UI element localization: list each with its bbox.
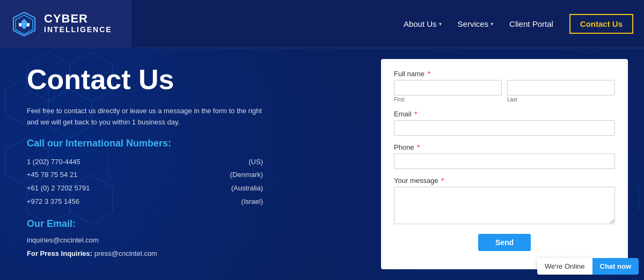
name-fields: First Last [394,80,615,102]
last-label: Last [507,97,615,102]
logo-line1: CYBER [44,13,112,25]
nav-services[interactable]: Services ▾ [458,19,494,28]
phone-row-il: +972 3 375 1456 (Israel) [27,195,263,209]
phone-row-us: 1 (202) 770-4445 (US) [27,156,263,169]
main-nav: About Us ▾ Services ▾ Client Portal Cont… [404,14,633,34]
message-input[interactable] [394,187,615,224]
logo-area: CYBER INTELLIGENCE [0,0,131,48]
phone-row-dk: +45 78 75 54 21 (Denmark) [27,168,263,182]
last-name-field: Last [507,80,615,102]
first-name-input[interactable] [394,80,502,95]
email-input[interactable] [394,120,615,136]
email-address: inquiries@cncintel.com [27,236,360,244]
nav-about[interactable]: About Us ▾ [404,19,442,28]
first-name-field: First [394,80,502,102]
first-label: First [394,97,502,102]
phone-row-au: +61 (0) 2 7202 5791 (Australia) [27,182,263,195]
email-row: Email * [394,110,615,136]
last-name-input[interactable] [507,80,615,95]
main-content: Contact Us Feel free to contact us direc… [0,48,644,280]
message-row: Your message * [394,176,615,226]
chevron-down-icon: ▾ [491,21,493,27]
phone-number-il: +972 3 375 1456 [27,195,79,209]
phone-region-il: (Israel) [241,195,263,209]
phone-region-dk: (Denmark) [230,168,263,182]
logo-line2: INTELLIGENCE [44,25,112,35]
contact-form-panel: Full name * First Last Email * [381,59,628,269]
chevron-down-icon: ▾ [439,21,442,27]
nav-portal[interactable]: Client Portal [509,19,553,28]
email-label: Email * [394,110,615,118]
intro-text: Feel free to contact us directly or leav… [27,106,263,128]
press-label: For Press Inquiries: [27,249,92,257]
phone-number-au: +61 (0) 2 7202 5791 [27,182,90,195]
send-button[interactable]: Send [478,234,531,251]
phone-number-dk: +45 78 75 54 21 [27,168,77,182]
full-name-row: Full name * First Last [394,70,615,102]
phone-number-us: 1 (202) 770-4445 [27,156,80,169]
press-line: For Press Inquiries: press@cncintel.com [27,249,360,257]
required-marker: * [428,70,430,78]
logo-text: CYBER INTELLIGENCE [44,13,112,35]
required-marker: * [417,143,420,151]
email-heading: Our Email: [27,218,360,230]
phone-list: 1 (202) 770-4445 (US) +45 78 75 54 21 (D… [27,156,360,209]
press-email: press@cncintel.com [94,249,157,257]
call-heading: Call our International Numbers: [27,138,360,149]
chat-status: We're Online [537,258,592,275]
phone-region-au: (Australia) [231,182,263,195]
phone-row-form: Phone * [394,143,615,169]
left-panel: Contact Us Feel free to contact us direc… [27,59,360,269]
header: CYBER INTELLIGENCE About Us ▾ Services ▾… [0,0,644,48]
required-marker: * [414,110,417,118]
logo-icon [11,11,38,38]
phone-region-us: (US) [248,156,263,169]
page-title: Contact Us [27,64,360,95]
full-name-label: Full name * [394,70,615,78]
phone-label: Phone * [394,143,615,151]
message-label: Your message * [394,176,615,185]
email-section: Our Email: inquiries@cncintel.com [27,218,360,244]
chat-widget: We're Online Chat now [537,258,639,275]
nav-contact-button[interactable]: Contact Us [569,14,633,34]
chat-now-button[interactable]: Chat now [592,258,639,275]
required-marker: * [441,176,444,185]
phone-input[interactable] [394,153,615,169]
